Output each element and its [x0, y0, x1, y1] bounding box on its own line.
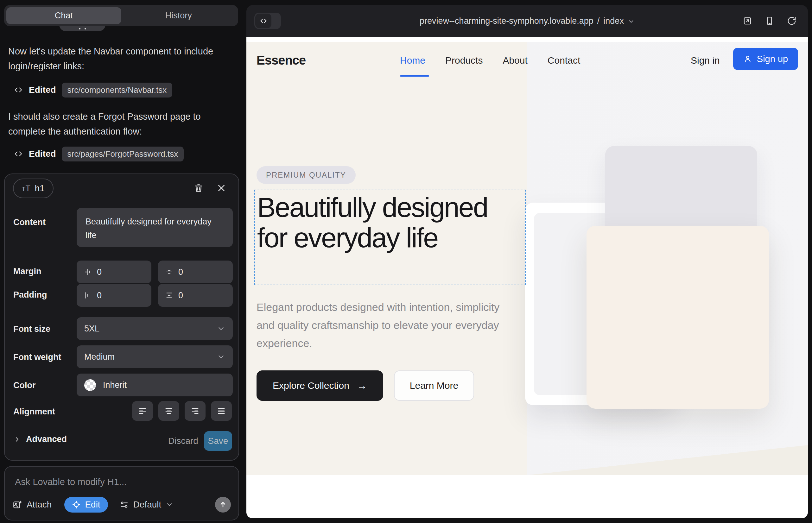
element-tag-label: h1	[35, 183, 45, 194]
preview-url: preview--charming-site-symphony.lovable.…	[420, 16, 594, 26]
margin-vertical-icon	[165, 268, 173, 276]
mobile-view-icon[interactable]	[765, 16, 774, 26]
code-icon[interactable]	[255, 14, 271, 28]
selected-element-tag[interactable]: тT h1	[13, 179, 54, 198]
sidebar-tabs: Chat History	[4, 5, 238, 26]
chevron-right-icon	[13, 436, 21, 443]
margin-x-input[interactable]: 0	[77, 260, 152, 283]
hero-cta-row: Explore Collection → Learn More	[257, 371, 474, 401]
align-justify-button[interactable]	[211, 401, 232, 421]
close-icon[interactable]	[214, 181, 228, 195]
align-right-button[interactable]	[184, 401, 206, 421]
browser-topbar: preview--charming-site-symphony.lovable.…	[246, 5, 808, 37]
code-icon	[14, 85, 23, 95]
nav-link-home[interactable]: Home	[400, 55, 425, 66]
edited-label: Edited	[29, 85, 56, 95]
font-weight-label: Font weight	[13, 353, 61, 362]
align-left-button[interactable]	[132, 401, 153, 421]
padding-y-input[interactable]: 0	[158, 284, 233, 307]
page-name: index	[603, 16, 624, 26]
chat-input-box[interactable]: Ask Lovable to modify H1... Attach Edit …	[4, 466, 239, 521]
font-size-label: Font size	[13, 324, 50, 334]
edited-file-row: Edited src/pages/ForgotPassword.tsx	[14, 147, 184, 161]
site-navbar: Essence Home Products About Contact Sign…	[246, 46, 808, 78]
chat-message: Now let's update the Navbar component to…	[8, 44, 227, 74]
chevron-down-icon	[628, 18, 635, 25]
sign-in-link[interactable]: Sign in	[691, 55, 720, 66]
font-size-select[interactable]: 5XL	[77, 317, 233, 340]
alignment-label: Alignment	[13, 407, 55, 417]
sign-up-button[interactable]: Sign up	[733, 48, 798, 70]
target-icon	[72, 500, 81, 509]
chevron-down-icon	[166, 501, 173, 508]
hero-decorative-wedge	[527, 445, 808, 475]
decorative-card-cream	[586, 226, 769, 409]
nav-link-contact[interactable]: Contact	[548, 55, 580, 66]
open-in-new-tab-icon[interactable]	[743, 16, 752, 26]
hero-badge: PREMIUM QUALITY	[257, 166, 356, 184]
advanced-expander[interactable]: Advanced	[13, 434, 67, 444]
chat-message: I should also create a Forgot Password p…	[8, 109, 227, 139]
margin-y-input[interactable]: 0	[158, 260, 233, 283]
color-select[interactable]: Inherit	[77, 374, 233, 396]
delete-element-button[interactable]	[192, 181, 206, 195]
hero-section: PREMIUM QUALITY Beautifully designed for…	[246, 42, 808, 475]
nav-link-products[interactable]: Products	[445, 55, 483, 66]
element-editor-panel: тT h1 Content Beautifully designed for e…	[4, 174, 239, 461]
edited-file-row: Edited src/components/Navbar.tsx	[14, 83, 172, 97]
active-nav-underline	[400, 75, 429, 77]
refresh-icon[interactable]	[787, 16, 796, 26]
color-swatch	[84, 379, 96, 391]
tab-history[interactable]: History	[121, 7, 236, 24]
path-separator: /	[597, 16, 600, 26]
hero-description: Elegant products designed with intention…	[257, 298, 504, 353]
margin-label: Margin	[13, 267, 41, 276]
code-preview-toggle[interactable]	[254, 13, 281, 29]
padding-horizontal-icon	[84, 291, 92, 300]
sliders-icon	[119, 500, 129, 509]
typography-icon: тT	[22, 184, 30, 193]
padding-x-input[interactable]: 0	[77, 284, 152, 307]
explore-collection-button[interactable]: Explore Collection →	[257, 371, 383, 401]
content-textarea[interactable]: Beautifully designed for everyday life	[77, 208, 233, 247]
file-path-badge[interactable]: src/components/Navbar.tsx	[62, 83, 173, 97]
code-icon	[14, 149, 23, 159]
margin-horizontal-icon	[84, 268, 92, 276]
preview-browser-frame: preview--charming-site-symphony.lovable.…	[246, 5, 808, 518]
color-label: Color	[13, 381, 36, 390]
h1-selection-outline[interactable]: Beautifully designed for everyday life	[254, 190, 526, 285]
alignment-buttons	[132, 401, 232, 421]
chevron-down-icon	[217, 325, 225, 333]
nav-link-about[interactable]: About	[502, 55, 527, 66]
font-weight-select[interactable]: Medium	[77, 345, 233, 368]
save-button[interactable]: Save	[204, 431, 232, 451]
padding-label: Padding	[13, 290, 47, 300]
site-viewport: PREMIUM QUALITY Beautifully designed for…	[246, 37, 808, 518]
lovable-workspace: Chat History Now let's update the Navbar…	[0, 0, 812, 523]
model-mode-select[interactable]: Default	[119, 500, 174, 510]
hero-heading[interactable]: Beautifully designed for everyday life	[257, 192, 520, 253]
edited-label: Edited	[29, 149, 56, 159]
site-logo[interactable]: Essence	[257, 53, 306, 68]
content-label: Content	[13, 217, 46, 227]
user-icon	[743, 54, 752, 63]
edit-mode-button[interactable]: Edit	[64, 497, 108, 512]
discard-button[interactable]: Discard	[163, 432, 203, 450]
arrow-up-icon	[219, 501, 227, 509]
chevron-down-icon	[217, 353, 225, 361]
attach-image-icon	[12, 500, 22, 509]
attach-button[interactable]: Attach	[12, 500, 52, 510]
learn-more-button[interactable]: Learn More	[394, 371, 474, 401]
tab-chat[interactable]: Chat	[6, 7, 121, 24]
file-path-badge[interactable]: src/pages/ForgotPassword.tsx	[62, 147, 184, 161]
arrow-right-icon: →	[357, 380, 367, 392]
send-button[interactable]	[215, 497, 231, 512]
align-center-button[interactable]	[158, 401, 179, 421]
url-bar[interactable]: preview--charming-site-symphony.lovable.…	[420, 16, 635, 26]
chat-input-placeholder: Ask Lovable to modify H1...	[15, 477, 127, 487]
page-below-hero	[246, 475, 808, 518]
padding-vertical-icon	[165, 291, 173, 300]
